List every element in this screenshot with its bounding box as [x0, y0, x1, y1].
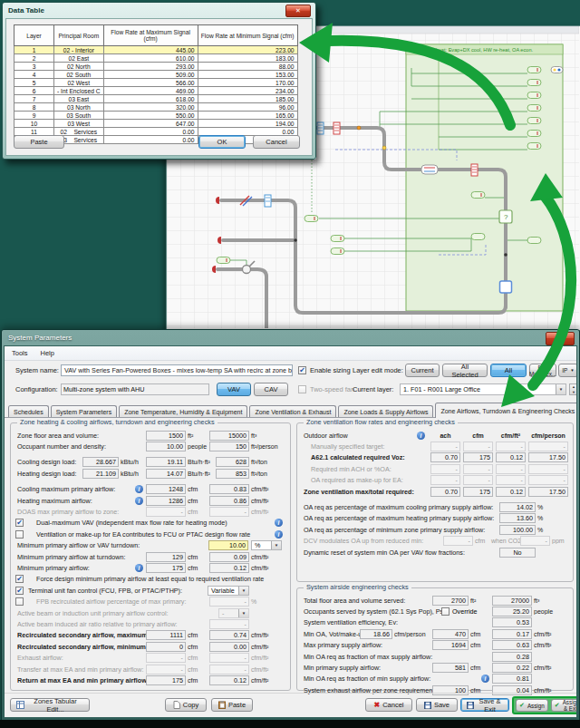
menu-tools[interactable]: Tools	[12, 349, 28, 357]
table-row[interactable]: 803 North320.0096.00	[14, 103, 298, 112]
override-checkbox[interactable]: Override	[441, 607, 492, 616]
heating-coil-icon[interactable]	[334, 122, 340, 134]
table-cell[interactable]: 03 West	[54, 120, 104, 128]
tab-zone-loads-supply-airflows[interactable]: Zone Loads & Supply Airflows	[338, 405, 433, 418]
table-cell[interactable]: 0.00	[103, 128, 198, 136]
cooling-coil-icon[interactable]	[317, 122, 324, 134]
edit-multiplex-button[interactable]: Edit Multiplex...	[529, 364, 556, 377]
reheat-coil-icon[interactable]	[471, 164, 478, 176]
table-row[interactable]: 402 South509.00153.00	[14, 71, 298, 79]
info-icon[interactable]: i	[481, 675, 489, 683]
table-cell[interactable]: 10	[14, 120, 54, 128]
cancel-button[interactable]: ✖ Cancel	[365, 698, 412, 712]
tab-zone-airflows-turndown-engineering-checks[interactable]: Zone Airflows, Turndown & Engineering Ch…	[435, 403, 577, 418]
return-coil-icon[interactable]	[265, 195, 271, 207]
table-row[interactable]: 903 South550.00165.00	[14, 112, 298, 120]
tab-zone-ventilation-exhaust[interactable]: Zone Ventilation & Exhaust	[249, 405, 336, 418]
tab-system-parameters[interactable]: System Parameters	[51, 405, 117, 418]
vav-button[interactable]: VAV	[217, 383, 251, 396]
table-row[interactable]: 202 East610.00183.00	[14, 54, 298, 63]
table-cell[interactable]: 234.00	[198, 87, 297, 95]
current-layer-dropdown[interactable]: 1. F01 - R001 Large Office ▼	[400, 383, 566, 395]
enable-sizing-checkbox[interactable]: ✔	[298, 366, 306, 374]
table-cell[interactable]: 293.00	[103, 63, 198, 71]
paste-button[interactable]: Paste	[14, 135, 64, 149]
ok-button[interactable]: OK	[198, 135, 246, 149]
table-cell[interactable]: 03 East	[54, 95, 104, 103]
table-cell[interactable]: 96.00	[198, 103, 297, 112]
table-cell[interactable]: 02 - Interior	[54, 46, 104, 54]
paste-button[interactable]: Paste	[211, 698, 253, 712]
table-cell[interactable]: 02 East	[54, 54, 104, 63]
info-icon[interactable]: i	[135, 485, 143, 493]
dropdown[interactable]: %▼	[251, 540, 282, 550]
zones-tabular-edit-button[interactable]: Zones Tabular Edit...	[10, 698, 90, 712]
checkbox[interactable]	[441, 607, 450, 616]
table-cell[interactable]: 223.00	[198, 46, 297, 54]
table-cell[interactable]: 8	[14, 103, 54, 112]
chevron-down-icon[interactable]: ▼	[556, 384, 566, 394]
checkbox[interactable]: ✔	[15, 587, 24, 595]
layer-mode-current-button[interactable]: Current	[405, 364, 440, 377]
layer-mode-all-selected-button[interactable]: All Selected	[442, 364, 488, 377]
table-cell[interactable]: 320.00	[103, 103, 198, 112]
checkbox[interactable]: ✔	[15, 575, 24, 583]
table-cell[interactable]: 6	[14, 87, 54, 95]
table-cell[interactable]: 88.00	[198, 63, 297, 71]
table-cell[interactable]: 1	[14, 46, 54, 54]
cav-button[interactable]: CAV	[254, 383, 288, 396]
table-cell[interactable]: 0.00	[103, 136, 198, 144]
info-icon[interactable]: i	[135, 564, 143, 572]
save-and-exit-button[interactable]: Save & Exit	[460, 698, 509, 712]
checkbox[interactable]	[15, 597, 24, 606]
cancel-button[interactable]: Cancel	[253, 135, 300, 149]
table-cell[interactable]: - Int Enclosed C	[54, 87, 104, 95]
table-row[interactable]: 703 East618.00185.00	[14, 95, 298, 103]
close-icon[interactable]: ✕	[546, 332, 575, 345]
info-icon[interactable]: i	[275, 530, 283, 539]
system-name-input[interactable]: VAV with Series Fan-Powered Boxes - mixe…	[61, 364, 293, 376]
value-field[interactable]: 10.00	[208, 540, 248, 550]
table-row[interactable]: 102 - Interior445.00223.00	[14, 46, 298, 54]
table-cell[interactable]: 566.00	[103, 79, 198, 87]
menu-help[interactable]: Help	[41, 349, 54, 357]
table-cell[interactable]: 4	[14, 71, 54, 79]
dropdown[interactable]: Variable▼	[208, 586, 249, 596]
table-cell[interactable]: 185.00	[198, 95, 297, 103]
layer-mode-all-button[interactable]: All	[490, 364, 527, 377]
setpoint-node-icon[interactable]	[551, 67, 563, 73]
assign-and-exit-button[interactable]: ✔ Assign & Exit	[551, 699, 577, 712]
info-icon[interactable]: i	[417, 432, 425, 440]
info-icon[interactable]: i	[275, 519, 283, 527]
checkbox[interactable]: ✔	[15, 519, 24, 527]
table-cell[interactable]: 02 West	[54, 79, 104, 87]
table-cell[interactable]: 165.00	[198, 112, 297, 120]
table-cell[interactable]: 153.00	[198, 71, 297, 79]
table-cell[interactable]: 03 North	[54, 103, 104, 112]
table-cell[interactable]: 509.00	[103, 71, 198, 79]
tab-zone-temperature-humidity-equipment[interactable]: Zone Temperature, Humidity & Equipment	[119, 405, 247, 418]
table-cell[interactable]: 02 North	[54, 63, 104, 71]
table-row[interactable]: 302 North293.0088.00	[14, 63, 298, 71]
units-dropdown[interactable]: IP▼	[558, 364, 577, 377]
table-row[interactable]: 6- Int Enclosed C469.00234.00	[14, 87, 298, 95]
table-cell[interactable]: 618.00	[103, 95, 198, 103]
two-speed-fan-checkbox[interactable]	[298, 385, 306, 393]
table-cell[interactable]: 647.00	[103, 120, 198, 128]
table-cell[interactable]: 445.00	[103, 46, 198, 54]
table-cell[interactable]: 2	[14, 54, 54, 63]
table-cell[interactable]: 02 South	[54, 71, 104, 79]
table-cell[interactable]: 610.00	[103, 54, 198, 63]
save-button[interactable]: Save	[416, 698, 458, 712]
table-cell[interactable]: 469.00	[103, 87, 198, 95]
table-cell[interactable]: 550.00	[103, 112, 198, 120]
dropdown[interactable]: -▼	[218, 608, 249, 618]
controller-box-icon[interactable]: ?	[499, 210, 512, 223]
tab-schedules[interactable]: Schedules	[8, 405, 49, 418]
table-cell[interactable]: 5	[14, 79, 54, 87]
table-cell[interactable]: 183.00	[198, 54, 297, 63]
table-cell[interactable]: 194.00	[198, 120, 297, 128]
zone-box-icon[interactable]	[500, 281, 512, 293]
heat-recovery-icon[interactable]	[421, 165, 438, 174]
assign-button[interactable]: ✔ Assign	[516, 699, 548, 712]
